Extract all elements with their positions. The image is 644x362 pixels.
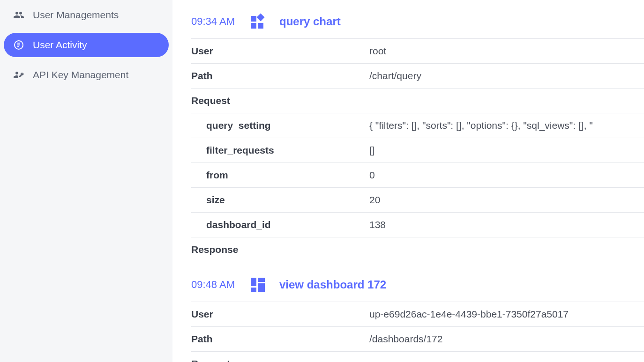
sidebar-item-api-key-management[interactable]: API Key Management xyxy=(4,63,169,87)
detail-val xyxy=(369,352,644,362)
sidebar-item-label: User Managements xyxy=(33,9,119,21)
detail-key: Response xyxy=(191,237,369,262)
chart-icon xyxy=(249,13,266,30)
detail-val: 138 xyxy=(369,213,644,237)
detail-val: root xyxy=(369,39,644,64)
activity-title[interactable]: view dashboard 172 xyxy=(279,278,386,291)
detail-val: /dashboards/172 xyxy=(369,327,644,352)
table-row: User up-e69d26ac-1e4e-4439-bbe1-7350f27a… xyxy=(191,302,644,327)
detail-val: up-e69d26ac-1e4e-4439-bbe1-7350f27a5017 xyxy=(369,302,644,327)
users-icon xyxy=(12,9,25,21)
activity-header: 09:48 AM view dashboard 172 xyxy=(191,272,644,302)
detail-val: [] xyxy=(369,138,644,163)
table-row: size 20 xyxy=(191,188,644,213)
activity-title[interactable]: query chart xyxy=(279,15,341,28)
detail-key: Request xyxy=(191,89,369,113)
sidebar: User Managements User Activity API Key M… xyxy=(0,0,172,362)
activity-entry: 09:48 AM view dashboard 172 User up-e69d… xyxy=(191,272,644,362)
table-row: from 0 xyxy=(191,163,644,188)
detail-key: Request xyxy=(191,352,369,362)
detail-val xyxy=(369,237,644,262)
table-row: dashboard_id 138 xyxy=(191,213,644,237)
detail-key: User xyxy=(191,39,369,64)
activity-time: 09:48 AM xyxy=(191,279,236,291)
main-content: 09:34 AM query chart User root Path /cha… xyxy=(172,0,644,362)
detail-val xyxy=(369,89,644,113)
dashboard-icon xyxy=(249,276,266,293)
detail-key: from xyxy=(191,163,369,188)
table-row: Request xyxy=(191,352,644,362)
svg-rect-2 xyxy=(251,23,256,29)
sidebar-item-label: User Activity xyxy=(33,39,87,51)
svg-rect-6 xyxy=(251,288,256,292)
sidebar-item-user-activity[interactable]: User Activity xyxy=(4,33,169,57)
svg-rect-3 xyxy=(258,23,263,29)
svg-rect-1 xyxy=(257,14,265,22)
table-row: filter_requests [] xyxy=(191,138,644,163)
sidebar-item-label: API Key Management xyxy=(33,69,128,81)
table-row: Path /chart/query xyxy=(191,64,644,89)
detail-key: filter_requests xyxy=(191,138,369,163)
table-row: Request xyxy=(191,89,644,113)
detail-key: Path xyxy=(191,64,369,89)
svg-rect-0 xyxy=(251,16,256,22)
detail-key: User xyxy=(191,302,369,327)
key-icon xyxy=(12,69,25,81)
activity-entry: 09:34 AM query chart User root Path /cha… xyxy=(191,8,644,262)
detail-val: { "filters": [], "sorts": [], "options":… xyxy=(369,113,644,138)
detail-key: dashboard_id xyxy=(191,213,369,237)
table-row: query_setting { "filters": [], "sorts": … xyxy=(191,113,644,138)
detail-val: /chart/query xyxy=(369,64,644,89)
detail-key: Path xyxy=(191,327,369,352)
svg-rect-7 xyxy=(258,283,265,292)
table-row: User root xyxy=(191,39,644,64)
activity-icon xyxy=(12,39,25,51)
detail-key: query_setting xyxy=(191,113,369,138)
table-row: Response xyxy=(191,237,644,262)
activity-header: 09:34 AM query chart xyxy=(191,8,644,38)
activity-detail-table: User up-e69d26ac-1e4e-4439-bbe1-7350f27a… xyxy=(191,302,644,362)
svg-rect-4 xyxy=(251,278,256,286)
detail-val: 20 xyxy=(369,188,644,213)
activity-detail-table: User root Path /chart/query Request quer… xyxy=(191,38,644,262)
detail-key: size xyxy=(191,188,369,213)
sidebar-item-user-managements[interactable]: User Managements xyxy=(4,3,169,27)
svg-rect-5 xyxy=(258,278,265,282)
table-row: Path /dashboards/172 xyxy=(191,327,644,352)
activity-time: 09:34 AM xyxy=(191,15,236,28)
detail-val: 0 xyxy=(369,163,644,188)
